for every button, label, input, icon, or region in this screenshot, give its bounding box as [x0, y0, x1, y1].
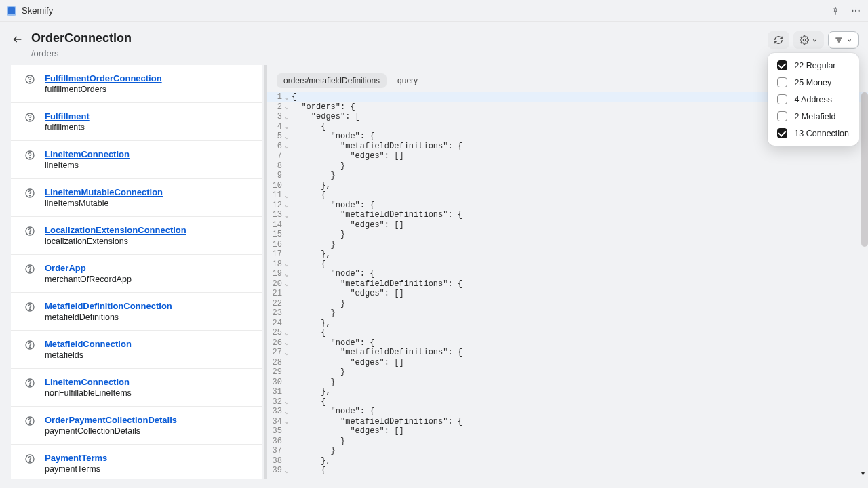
sidebar-item[interactable]: MetafieldConnectionmetafields — [11, 331, 262, 369]
filter-option[interactable]: 22 Regular — [768, 57, 859, 74]
sidebar-item[interactable]: PaymentTermspaymentTerms — [11, 445, 262, 479]
code-line[interactable]: 31 }, — [267, 387, 868, 397]
code-line[interactable]: 20⌄ "metafieldDefinitions": { — [267, 279, 868, 289]
code-line[interactable]: 34⌄ "metafieldDefinitions": { — [267, 417, 868, 427]
sidebar-item-type[interactable]: LineItemMutableConnection — [45, 187, 163, 197]
sidebar-item[interactable]: LineItemConnectionlineItems — [11, 141, 262, 179]
sidebar-item[interactable]: FulfillmentOrderConnectionfulfillmentOrd… — [11, 65, 262, 103]
tab-active[interactable]: orders/metafieldDefinitions — [277, 73, 387, 88]
code-line[interactable]: 9 } — [267, 171, 868, 181]
filter-option[interactable]: 2 Metafield — [768, 108, 859, 125]
sidebar-item[interactable]: MetafieldDefinitionConnectionmetafieldDe… — [11, 293, 262, 331]
fold-icon[interactable]: ⌄ — [283, 260, 290, 268]
code-line[interactable]: 36 } — [267, 436, 868, 447]
code-line[interactable]: 38 }, — [267, 456, 868, 466]
code-line[interactable]: 15 } — [267, 230, 868, 240]
filter-option[interactable]: 13 Connection — [768, 125, 859, 142]
fold-icon[interactable]: ⌄ — [283, 398, 290, 405]
code-line[interactable]: 21 "edges": [] — [267, 289, 868, 299]
code-line[interactable]: 24 }, — [267, 319, 868, 329]
checkbox-icon[interactable] — [777, 94, 787, 104]
code-line[interactable]: 22 } — [267, 299, 868, 309]
checkbox-icon[interactable] — [777, 111, 787, 121]
fold-icon[interactable]: ⌄ — [283, 349, 290, 357]
checkbox-icon[interactable] — [777, 128, 787, 138]
code-line[interactable]: 18⌄ { — [267, 260, 868, 270]
code-line[interactable]: 12⌄ "node": { — [267, 201, 868, 211]
fold-icon[interactable]: ⌄ — [283, 201, 290, 209]
code-text: { — [290, 397, 326, 407]
code-line[interactable]: 26⌄ "node": { — [267, 338, 868, 348]
code-text: } — [290, 240, 336, 249]
sidebar-item[interactable]: LineItemConnectionnonFulfillableLineItem… — [11, 369, 262, 407]
sidebar-item-type[interactable]: LocalizationExtensionConnection — [45, 225, 186, 235]
filter-button[interactable] — [828, 31, 859, 49]
code-line[interactable]: 39⌄ { — [267, 466, 868, 476]
settings-button[interactable] — [793, 31, 824, 49]
fold-icon[interactable]: ⌄ — [283, 211, 290, 219]
code-line[interactable]: 30 } — [267, 378, 868, 388]
fold-icon[interactable]: ⌄ — [283, 103, 290, 110]
code-line[interactable]: 11⌄ { — [267, 190, 868, 201]
code-line[interactable]: 19⌄ "node": { — [267, 269, 868, 279]
sidebar-item-type[interactable]: LineItemConnection — [45, 149, 130, 159]
code-line[interactable]: 23 } — [267, 308, 868, 319]
fold-icon[interactable]: ⌄ — [283, 123, 290, 130]
code-line[interactable]: 29 } — [267, 367, 868, 378]
fold-icon[interactable]: ⌄ — [283, 467, 290, 474]
code-line[interactable]: 13⌄ "metafieldDefinitions": { — [267, 210, 868, 220]
code-line[interactable]: 7 "edges": [] — [267, 151, 868, 161]
fold-icon[interactable]: ⌄ — [283, 280, 290, 287]
code-line[interactable]: 17 }, — [267, 249, 868, 260]
filter-option-label: 25 Money — [794, 78, 831, 87]
fold-icon[interactable]: ⌄ — [283, 418, 290, 425]
tab-query[interactable]: query — [391, 73, 425, 88]
code-line[interactable]: 8 } — [267, 161, 868, 171]
fold-icon[interactable]: ⌄ — [283, 329, 290, 337]
sidebar-item[interactable]: Fulfillmentfulfillments — [11, 103, 262, 141]
fold-icon[interactable]: ⌄ — [283, 113, 290, 121]
fold-icon[interactable]: ⌄ — [283, 94, 290, 101]
fold-icon[interactable]: ⌄ — [283, 408, 290, 415]
pin-icon[interactable] — [830, 5, 841, 16]
sidebar-item[interactable]: LocalizationExtensionConnectionlocalizat… — [11, 217, 262, 255]
type-sidebar[interactable]: FulfillmentOrderConnectionfulfillmentOrd… — [0, 65, 264, 479]
code-line[interactable]: 10 }, — [267, 181, 868, 191]
back-button[interactable] — [12, 34, 23, 47]
fold-icon[interactable]: ⌄ — [283, 133, 290, 140]
more-icon[interactable] — [850, 5, 861, 16]
code-line[interactable]: 14 "edges": [] — [267, 220, 868, 230]
code-line[interactable]: 35 "edges": [] — [267, 426, 868, 436]
sidebar-item-type[interactable]: MetafieldConnection — [45, 339, 132, 349]
code-line[interactable]: 37 } — [267, 446, 868, 456]
checkbox-icon[interactable] — [777, 60, 787, 70]
fold-icon[interactable]: ⌄ — [283, 270, 290, 278]
filter-option[interactable]: 25 Money — [768, 74, 859, 91]
sidebar-item[interactable]: OrderPaymentCollectionDetailspaymentColl… — [11, 407, 262, 445]
sidebar-item-type[interactable]: Fulfillment — [45, 111, 90, 121]
sidebar-item[interactable]: OrderAppmerchantOfRecordApp — [11, 255, 262, 293]
code-line[interactable]: 28 "edges": [] — [267, 358, 868, 368]
sidebar-item-type[interactable]: FulfillmentOrderConnection — [45, 73, 162, 83]
refresh-button[interactable] — [768, 31, 789, 49]
sidebar-item-type[interactable]: OrderApp — [45, 263, 132, 273]
code-line[interactable]: 16 } — [267, 240, 868, 250]
sidebar-item[interactable]: LineItemMutableConnectionlineItemsMutabl… — [11, 179, 262, 217]
checkbox-icon[interactable] — [777, 77, 787, 87]
line-number: 35 — [267, 426, 283, 436]
sidebar-item-type[interactable]: LineItemConnection — [45, 377, 132, 387]
fold-icon[interactable]: ⌄ — [283, 192, 290, 199]
scroll-down-icon[interactable]: ▾ — [858, 468, 867, 478]
code-editor[interactable]: 1⌄{2⌄ "orders": {3⌄ "edges": [4⌄ {5⌄ "no… — [267, 92, 868, 479]
scrollbar-thumb[interactable] — [861, 92, 868, 247]
code-line[interactable]: 27⌄ "metafieldDefinitions": { — [267, 348, 868, 358]
sidebar-item-type[interactable]: PaymentTerms — [45, 453, 107, 463]
code-line[interactable]: 32⌄ { — [267, 397, 868, 407]
fold-icon[interactable]: ⌄ — [283, 142, 290, 150]
code-line[interactable]: 33⌄ "node": { — [267, 407, 868, 417]
code-line[interactable]: 25⌄ { — [267, 328, 868, 338]
sidebar-item-type[interactable]: OrderPaymentCollectionDetails — [45, 415, 177, 425]
sidebar-item-type[interactable]: MetafieldDefinitionConnection — [45, 301, 172, 311]
filter-option[interactable]: 4 Address — [768, 91, 859, 108]
fold-icon[interactable]: ⌄ — [283, 339, 290, 346]
